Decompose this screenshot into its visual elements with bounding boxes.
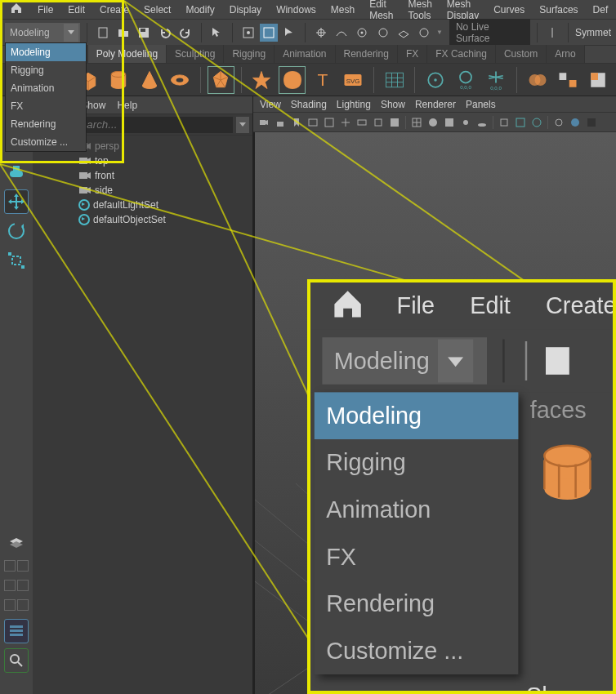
- shelf-tab-animation[interactable]: Animation: [275, 45, 335, 63]
- vp-gate-mask-icon[interactable]: [387, 115, 402, 130]
- menu-windows[interactable]: Windows: [270, 1, 323, 19]
- new-scene-icon[interactable]: [94, 24, 111, 42]
- vp-color-mgmt-icon[interactable]: [568, 115, 583, 130]
- grid-icon[interactable]: [382, 67, 407, 93]
- symmetry-label[interactable]: Symmet: [575, 27, 611, 38]
- layout-single-icon[interactable]: [4, 560, 16, 572]
- vp-2d-icon[interactable]: [322, 115, 337, 130]
- vp-smooth-icon[interactable]: [426, 115, 440, 130]
- live-surface-field[interactable]: No Live Surface: [449, 19, 530, 47]
- outliner-search-input[interactable]: [69, 117, 233, 133]
- select-icon[interactable]: [208, 24, 225, 42]
- poly-cylinder-icon[interactable]: [530, 428, 616, 524]
- layout-four-icon[interactable]: [17, 560, 29, 572]
- zoom-show-label[interactable]: Show: [310, 674, 616, 694]
- shelf-tab-fx-caching[interactable]: FX Caching: [427, 45, 496, 63]
- rotate-tool-icon[interactable]: [4, 219, 29, 243]
- snap-view-icon[interactable]: [374, 24, 391, 42]
- layout-opt5-icon[interactable]: [4, 599, 16, 611]
- search-tool-icon[interactable]: [4, 648, 29, 673]
- combine-icon[interactable]: [524, 67, 550, 93]
- poly-star-icon[interactable]: [249, 67, 275, 93]
- workspace-dropdown[interactable]: Modeling Modeling Rigging Animation FX R…: [5, 23, 80, 42]
- sel-mode-3-icon[interactable]: [281, 24, 298, 42]
- snap-plane-icon[interactable]: [395, 24, 412, 42]
- vp-select-cam-icon[interactable]: [257, 115, 271, 130]
- outliner-item-persp[interactable]: persp: [78, 139, 252, 153]
- workspace-option-animation[interactable]: Animation: [6, 79, 86, 97]
- snap-curve-icon[interactable]: [333, 24, 350, 42]
- outliner-menu-help[interactable]: Help: [117, 100, 137, 111]
- zoom-option-customize[interactable]: Customize ...: [315, 627, 519, 674]
- zoom-option-fx[interactable]: FX: [315, 533, 519, 581]
- menu-surfaces[interactable]: Surfaces: [533, 1, 584, 19]
- zoom-menu-file[interactable]: File: [381, 284, 450, 327]
- snap-grid-icon[interactable]: [312, 24, 329, 42]
- viewport-menu-show[interactable]: Show: [381, 99, 405, 110]
- poly-platonic-icon[interactable]: [208, 67, 234, 93]
- snowflake-icon[interactable]: 0,0,0: [484, 67, 509, 93]
- search-dropdown-icon[interactable]: [236, 117, 249, 133]
- viewport-menu-lighting[interactable]: Lighting: [337, 99, 371, 110]
- poly-cylinder-icon[interactable]: [106, 67, 132, 93]
- workspace-option-modeling[interactable]: Modeling: [6, 43, 86, 61]
- shelf-tab-custom[interactable]: Custom: [496, 45, 547, 63]
- workspace-option-rendering[interactable]: Rendering: [6, 115, 86, 133]
- layer-editor-icon[interactable]: [4, 531, 29, 555]
- pivot-icon[interactable]: [422, 67, 448, 93]
- vp-xray-icon[interactable]: [513, 115, 528, 130]
- sel-mode-1-icon[interactable]: [239, 24, 257, 42]
- vp-light-icon[interactable]: [458, 115, 473, 130]
- outliner-item-side[interactable]: side: [78, 183, 252, 198]
- outliner-item-top[interactable]: top: [78, 153, 252, 168]
- zoom-menu-edit[interactable]: Edit: [454, 284, 526, 327]
- snap-live-icon[interactable]: [416, 24, 433, 42]
- workspace-option-customize[interactable]: Customize ...: [6, 133, 86, 151]
- menu-mesh-tools[interactable]: Mesh Tools: [402, 0, 439, 24]
- menu-file[interactable]: File: [31, 1, 60, 19]
- outliner-item-front[interactable]: front: [78, 168, 252, 183]
- workspace-option-fx[interactable]: FX: [6, 97, 86, 115]
- freeze-icon[interactable]: 0,0,0: [453, 67, 479, 93]
- shelf-tab-rigging[interactable]: Rigging: [224, 45, 275, 63]
- home-icon[interactable]: [3, 0, 29, 20]
- shelf-tab-rendering[interactable]: Rendering: [336, 45, 398, 63]
- vp-res-gate-icon[interactable]: [371, 115, 386, 130]
- vp-grid-icon[interactable]: [338, 115, 353, 130]
- sel-mode-2-icon[interactable]: [260, 24, 277, 42]
- open-icon[interactable]: [114, 24, 132, 42]
- home-icon[interactable]: [319, 279, 377, 332]
- vp-expose-icon[interactable]: [551, 115, 566, 130]
- shelf-tab-arnold[interactable]: Arno: [547, 45, 584, 63]
- poly-superellipse-icon[interactable]: [279, 67, 305, 93]
- poly-type-icon[interactable]: T: [310, 67, 335, 93]
- shelf-tab-poly-modeling[interactable]: Poly Modeling: [88, 45, 167, 63]
- poly-cone-icon[interactable]: [136, 67, 162, 93]
- layout-opt3-icon[interactable]: [4, 580, 16, 591]
- chevron-down-icon[interactable]: ▼: [436, 29, 443, 36]
- vp-lock-cam-icon[interactable]: [273, 115, 288, 130]
- menu-mesh[interactable]: Mesh: [324, 1, 361, 19]
- zoom-option-rendering[interactable]: Rendering: [315, 581, 519, 628]
- layout-opt4-icon[interactable]: [17, 580, 29, 591]
- menu-curves[interactable]: Curves: [487, 1, 531, 19]
- vp-shadow-icon[interactable]: [475, 115, 489, 130]
- snap-point-icon[interactable]: [354, 24, 371, 42]
- vp-image-plane-icon[interactable]: [306, 115, 320, 130]
- viewport-menu-renderer[interactable]: Renderer: [415, 99, 456, 110]
- scale-tool-icon[interactable]: [4, 248, 29, 273]
- separate-icon[interactable]: [555, 67, 580, 93]
- viewport-menu-panels[interactable]: Panels: [466, 99, 496, 110]
- vp-isolate-icon[interactable]: [497, 115, 511, 130]
- menu-deform[interactable]: Def: [587, 1, 615, 19]
- new-scene-icon[interactable]: [540, 343, 575, 378]
- outliner-toggle-icon[interactable]: [4, 619, 29, 643]
- workspace-option-rigging[interactable]: Rigging: [6, 61, 86, 79]
- vp-xray-joint-icon[interactable]: [529, 115, 544, 130]
- menu-modify[interactable]: Modify: [179, 1, 221, 19]
- viewport-menu-shading[interactable]: Shading: [291, 99, 327, 110]
- vp-wireframe-icon[interactable]: [409, 115, 424, 130]
- vp-film-gate-icon[interactable]: [355, 115, 369, 130]
- zoom-menu-create[interactable]: Create: [530, 284, 616, 327]
- menu-edit[interactable]: Edit: [61, 1, 92, 19]
